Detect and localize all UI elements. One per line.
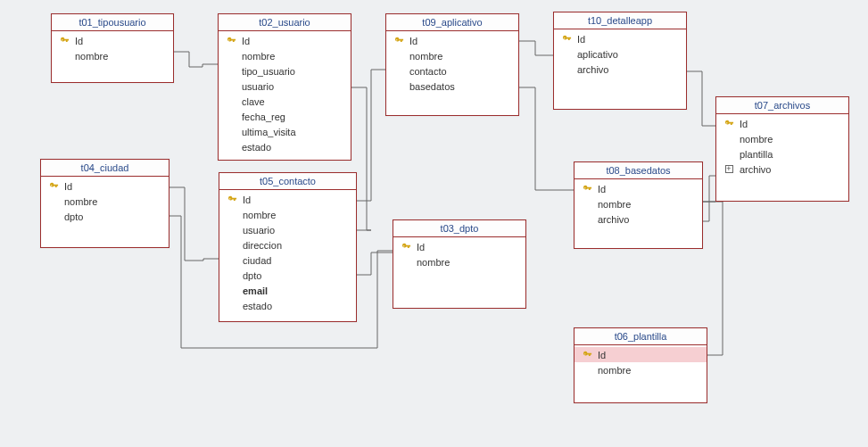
- table-header[interactable]: t06_plantilla: [575, 328, 707, 345]
- primary-key-icon: [580, 184, 594, 194]
- field-row[interactable]: dpto: [41, 209, 169, 224]
- field-name: Id: [406, 36, 417, 46]
- table-body: Idnombreplantilla+archivo: [716, 114, 848, 182]
- table-t08[interactable]: t08_basedatosIdnombrearchivo: [574, 161, 703, 249]
- connector-t09-t10: [519, 41, 553, 55]
- field-name: usuario: [239, 225, 275, 236]
- connector-t01-t02: [174, 52, 218, 67]
- connector-t05-t09: [357, 70, 385, 201]
- field-row[interactable]: clave: [219, 94, 351, 109]
- field-row[interactable]: usuario: [219, 79, 351, 94]
- field-row[interactable]: Id: [393, 239, 525, 254]
- field-name: ultima_visita: [238, 127, 296, 137]
- field-row[interactable]: archivo: [575, 211, 702, 227]
- table-header[interactable]: t08_basedatos: [575, 162, 702, 179]
- field-row[interactable]: Id: [716, 116, 848, 131]
- field-name: email: [239, 286, 268, 296]
- field-row[interactable]: email: [219, 283, 356, 298]
- table-t02[interactable]: t02_usuarioIdnombretipo_usuariousuariocl…: [218, 13, 351, 161]
- table-t10[interactable]: t10_detalleappIdaplicativoarchivo: [553, 12, 687, 110]
- field-name: Id: [413, 242, 425, 252]
- table-header[interactable]: t05_contacto: [219, 173, 356, 190]
- field-row[interactable]: Id: [219, 192, 356, 207]
- table-body: Idnombre: [52, 31, 173, 69]
- field-row[interactable]: estado: [219, 298, 356, 313]
- field-name: plantilla: [736, 149, 773, 160]
- field-row[interactable]: nombre: [52, 48, 173, 63]
- field-row[interactable]: nombre: [393, 254, 525, 269]
- field-name: archivo: [736, 164, 771, 175]
- field-row[interactable]: Id: [52, 33, 173, 48]
- field-row[interactable]: Id: [219, 33, 351, 48]
- field-row[interactable]: Id: [554, 31, 686, 46]
- field-name: archivo: [594, 214, 629, 225]
- field-row[interactable]: +archivo: [716, 161, 848, 177]
- field-name: estado: [239, 301, 272, 311]
- field-name: dpto: [61, 211, 83, 222]
- connector-t04-t05: [169, 187, 219, 261]
- table-header[interactable]: t04_ciudad: [41, 160, 169, 177]
- field-row[interactable]: Id: [575, 347, 707, 362]
- primary-key-icon: [399, 242, 413, 252]
- table-header[interactable]: t03_dpto: [393, 220, 525, 237]
- primary-key-icon: [57, 36, 71, 46]
- field-row[interactable]: nombre: [575, 196, 702, 211]
- table-header[interactable]: t07_archivos: [716, 97, 848, 114]
- field-row[interactable]: nombre: [219, 48, 351, 63]
- table-t06[interactable]: t06_plantillaIdnombre: [574, 327, 707, 403]
- field-name: fecha_reg: [238, 112, 285, 122]
- field-row[interactable]: nombre: [575, 362, 707, 377]
- field-name: Id: [71, 36, 83, 46]
- field-row[interactable]: Id: [41, 178, 169, 194]
- field-row[interactable]: fecha_reg: [219, 109, 351, 124]
- field-row[interactable]: dpto: [219, 268, 356, 283]
- table-t07[interactable]: t07_archivosIdnombreplantilla+archivo: [715, 96, 849, 202]
- field-row[interactable]: nombre: [219, 207, 356, 222]
- table-header[interactable]: t02_usuario: [219, 14, 351, 31]
- table-body: Idnombre: [393, 237, 525, 275]
- field-name: Id: [239, 195, 251, 205]
- field-row[interactable]: usuario: [219, 222, 356, 237]
- field-name: ciudad: [239, 255, 271, 266]
- field-name: Id: [594, 350, 606, 360]
- field-row[interactable]: nombre: [41, 194, 169, 209]
- field-row[interactable]: ciudad: [219, 252, 356, 268]
- table-t05[interactable]: t05_contactoIdnombreusuariodireccionciud…: [219, 172, 357, 322]
- field-row[interactable]: estado: [219, 139, 351, 154]
- table-body: Idnombrecontactobasedatos: [386, 31, 518, 99]
- field-name: nombre: [71, 51, 108, 62]
- connector-t08-t07: [703, 176, 715, 221]
- field-name: contacto: [406, 66, 447, 77]
- field-row[interactable]: direccion: [219, 237, 356, 252]
- table-t03[interactable]: t03_dptoIdnombre: [393, 219, 526, 309]
- table-body: Idaplicativoarchivo: [554, 29, 686, 82]
- field-name: usuario: [238, 81, 274, 92]
- table-t09[interactable]: t09_aplicativoIdnombrecontactobasedatos: [385, 13, 519, 116]
- connector-t05-t03: [357, 252, 393, 275]
- field-row[interactable]: nombre: [716, 131, 848, 146]
- field-name: Id: [594, 184, 606, 195]
- table-header[interactable]: t09_aplicativo: [386, 14, 518, 31]
- field-row[interactable]: ultima_visita: [219, 124, 351, 139]
- primary-key-icon: [722, 119, 736, 128]
- table-t04[interactable]: t04_ciudadIdnombredpto: [40, 159, 169, 248]
- table-body: Idnombretipo_usuariousuarioclavefecha_re…: [219, 31, 351, 160]
- field-row[interactable]: archivo: [554, 62, 686, 77]
- field-row[interactable]: basedatos: [386, 79, 518, 94]
- expand-icon: +: [722, 165, 736, 173]
- field-row[interactable]: aplicativo: [554, 46, 686, 62]
- table-t01[interactable]: t01_tipousuarioIdnombre: [51, 13, 174, 83]
- table-header[interactable]: t01_tipousuario: [52, 14, 173, 31]
- field-row[interactable]: Id: [575, 181, 702, 196]
- field-row[interactable]: contacto: [386, 63, 518, 79]
- field-name: estado: [238, 142, 271, 153]
- field-row[interactable]: tipo_usuario: [219, 63, 351, 79]
- field-name: nombre: [594, 199, 631, 210]
- field-name: nombre: [238, 51, 275, 62]
- primary-key-icon: [392, 36, 406, 46]
- field-row[interactable]: nombre: [386, 48, 518, 63]
- table-header[interactable]: t10_detalleapp: [554, 12, 686, 29]
- table-body: Idnombrearchivo: [575, 179, 702, 232]
- field-row[interactable]: plantilla: [716, 146, 848, 161]
- field-row[interactable]: Id: [386, 33, 518, 48]
